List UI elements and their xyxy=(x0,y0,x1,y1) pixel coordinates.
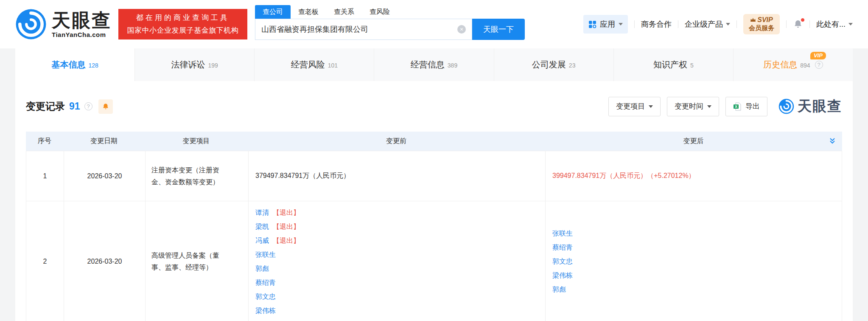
search-input[interactable] xyxy=(261,25,457,34)
person-line: 郭文忠 xyxy=(552,254,573,268)
notifications-button[interactable] xyxy=(793,19,803,29)
col-header-before: 变更前 xyxy=(248,137,545,146)
cell-after: 399497.834791万（人民币元）（+5.27012%） xyxy=(545,151,842,201)
tianyancha-logo[interactable]: 天眼查 TianYanCha.com xyxy=(15,8,112,40)
section-title: 变更记录 xyxy=(26,100,65,113)
watermark-text: 天眼查 xyxy=(798,97,842,116)
cell-no: 2 xyxy=(26,201,64,321)
cell-before: 谭清【退出】 梁凯【退出】 冯威【退出】 张联生 郭彪 蔡绍青 郭文忠 梁伟栋 xyxy=(248,201,545,321)
search-button[interactable]: 天眼一下 xyxy=(472,19,525,40)
exit-tag: 【退出】 xyxy=(273,237,300,244)
user-menu-label: 此处有... xyxy=(816,19,846,29)
chevron-down-icon xyxy=(619,23,623,25)
person-line: 冯威【退出】 xyxy=(255,234,300,248)
cell-after: 张联生 蔡绍青 郭文忠 梁伟栋 郭彪 xyxy=(545,201,842,321)
person-link[interactable]: 蔡绍青 xyxy=(552,244,573,251)
promo-line1: 都在用的商业查询工具 xyxy=(118,11,247,24)
person-line: 郭文忠 xyxy=(255,290,300,304)
cell-change-item: 注册资本变更（注册资金、资金数额等变更） xyxy=(145,151,248,201)
svip-label: SVIP xyxy=(757,16,773,24)
search-input-box: × xyxy=(255,19,472,40)
apps-grid-icon xyxy=(588,20,596,28)
tab-history-info[interactable]: VIP 历史信息 894 ? xyxy=(733,48,853,81)
promo-line2: 国家中小企业发展子基金旗下机构 xyxy=(118,24,247,37)
person-link[interactable]: 梁伟栋 xyxy=(255,307,276,314)
search-area: 查公司 查老板 查关系 查风险 × 天眼一下 xyxy=(255,5,525,40)
tianyancha-watermark: 天眼查 xyxy=(778,97,842,116)
svip-membership-button[interactable]: SVIP 会员服务 xyxy=(743,14,780,34)
tianyancha-swirl-icon xyxy=(778,99,794,114)
person-link[interactable]: 郭彪 xyxy=(552,286,566,293)
export-button[interactable]: X 导出 xyxy=(725,97,767,116)
subscribe-bell-button[interactable] xyxy=(98,99,113,114)
tab-company-development[interactable]: 公司发展 23 xyxy=(494,48,613,81)
person-link[interactable]: 郭文忠 xyxy=(255,293,276,300)
person-line: 梁伟栋 xyxy=(255,304,300,318)
person-line: 张联生 xyxy=(552,226,573,240)
person-link[interactable]: 梁凯 xyxy=(255,223,269,230)
person-link[interactable]: 郭彪 xyxy=(255,265,269,272)
expand-all-icon[interactable] xyxy=(829,137,836,145)
person-line: 蔡绍青 xyxy=(255,276,300,290)
divider xyxy=(678,20,678,28)
section-count: 91 xyxy=(69,101,80,112)
clear-search-icon[interactable]: × xyxy=(457,25,466,34)
search-tab-boss[interactable]: 查老板 xyxy=(291,5,326,19)
table-row: 2 2026-03-20 高级管理人员备案（董事、监事、经理等） 谭清【退出】 … xyxy=(26,201,842,321)
search-tab-company[interactable]: 查公司 xyxy=(255,5,291,19)
person-link[interactable]: 谭清 xyxy=(255,209,269,216)
nav-cooperation[interactable]: 商务合作 xyxy=(641,19,672,29)
person-line: 蔡绍青 xyxy=(552,240,573,254)
person-link[interactable]: 冯威 xyxy=(255,237,269,244)
top-bar: 天眼查 TianYanCha.com 都在用的商业查询工具 国家中小企业发展子基… xyxy=(0,0,868,48)
cell-date: 2026-03-20 xyxy=(64,151,145,201)
table-row: 1 2026-03-20 注册资本变更（注册资金、资金数额等变更） 379497… xyxy=(26,151,842,201)
help-icon[interactable]: ? xyxy=(84,102,92,110)
help-icon[interactable]: ? xyxy=(815,61,823,69)
brand-domain: TianYanCha.com xyxy=(52,31,112,38)
person-link[interactable]: 蔡绍青 xyxy=(255,279,276,286)
person-link[interactable]: 梁伟栋 xyxy=(552,272,573,279)
panel-header: 变更记录 91 ? 变更项目 变更时间 X xyxy=(26,81,842,132)
nav-enterprise-label: 企业级产品 xyxy=(685,19,723,29)
person-line: 郭彪 xyxy=(552,282,573,296)
tab-operation-info[interactable]: 经营信息 389 xyxy=(374,48,493,81)
svg-text:X: X xyxy=(735,104,737,108)
nav-enterprise[interactable]: 企业级产品 xyxy=(685,19,730,29)
person-link[interactable]: 张联生 xyxy=(255,251,276,258)
chevron-down-icon xyxy=(726,23,730,25)
search-tab-relation[interactable]: 查关系 xyxy=(326,5,362,19)
user-menu[interactable]: 此处有... xyxy=(816,19,853,29)
exit-tag: 【退出】 xyxy=(273,223,300,230)
person-line: 谭清【退出】 xyxy=(255,206,300,220)
excel-icon: X xyxy=(733,102,742,111)
cell-no: 1 xyxy=(26,151,64,201)
tab-intellectual-property[interactable]: 知识产权 5 xyxy=(613,48,733,81)
tab-basic-info[interactable]: 基本信息 128 xyxy=(15,48,134,81)
company-section-tabs: 基本信息 128 法律诉讼 199 经营风险 101 经营信息 389 公司发展… xyxy=(15,48,853,81)
notification-dot xyxy=(801,18,805,22)
svip-sublabel: 会员服务 xyxy=(749,24,774,32)
divider xyxy=(809,20,810,28)
divider xyxy=(736,20,737,28)
apps-menu[interactable]: 应用 xyxy=(583,15,628,34)
tab-operation-risk[interactable]: 经营风险 101 xyxy=(254,48,374,81)
filter-change-item-button[interactable]: 变更项目 xyxy=(608,97,661,116)
person-line: 梁伟栋 xyxy=(552,268,573,282)
divider xyxy=(786,20,787,28)
person-link[interactable]: 郭文忠 xyxy=(552,258,573,265)
tianyancha-swirl-icon xyxy=(15,8,47,40)
person-link[interactable]: 张联生 xyxy=(552,230,573,237)
search-tab-risk[interactable]: 查风险 xyxy=(362,5,398,19)
apps-label: 应用 xyxy=(600,19,615,29)
filter-change-time-button[interactable]: 变更时间 xyxy=(667,97,719,116)
promo-banner: 都在用的商业查询工具 国家中小企业发展子基金旗下机构 xyxy=(118,9,247,39)
bell-icon xyxy=(102,103,109,110)
top-nav: 应用 商务合作 企业级产品 SVIP 会员服务 xyxy=(583,14,853,34)
tab-legal-litigation[interactable]: 法律诉讼 199 xyxy=(134,48,254,81)
col-header-item: 变更项目 xyxy=(145,137,248,146)
person-line: 梁凯【退出】 xyxy=(255,220,300,234)
col-header-after: 变更后 xyxy=(545,137,842,146)
chevron-down-icon xyxy=(707,105,711,108)
chevron-down-icon xyxy=(848,23,853,25)
